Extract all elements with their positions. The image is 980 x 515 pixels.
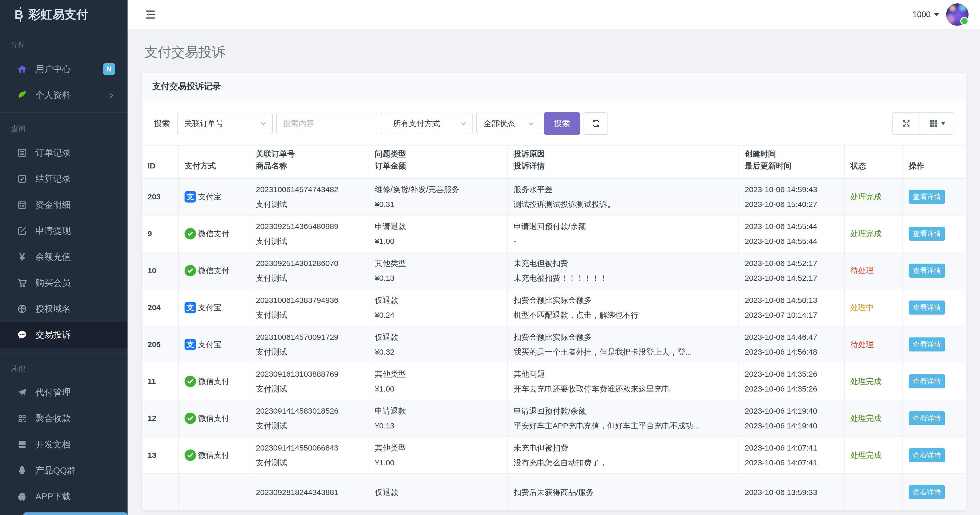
sidebar-fold-icon[interactable]: [143, 7, 158, 22]
cell-issue: 仅退款: [369, 474, 508, 510]
column-header: 支付方式: [179, 146, 250, 178]
sidebar-item-authorized-domains[interactable]: 授权域名: [0, 296, 127, 322]
sidebar-item-user-center[interactable]: 用户中心N: [0, 56, 127, 82]
table-header-row: ID支付方式关联订单号商品名称问题类型订单金额投诉原因投诉详情创建时间最后更新时…: [142, 145, 966, 179]
sidebar-bottom-partial-item[interactable]: [24, 512, 127, 515]
new-badge: N: [103, 63, 115, 75]
cell-time: 2023-10-06 14:59:432023-10-06 15:40:27: [739, 179, 845, 215]
cell-time: 2023-10-06 14:35:262023-10-06 14:35:26: [739, 363, 845, 399]
cell-reason: 服务水平差测试投诉测试投诉测试投诉。: [508, 179, 739, 215]
pay-method-select[interactable]: 所有支付方式: [386, 113, 473, 134]
table-row: 12微信支付2023091414583018526支付测试申请退款¥0.13申请…: [142, 400, 966, 437]
cell-order: 2023100614570091729支付测试: [250, 326, 369, 363]
cell-time: 2023-10-06 14:07:412023-10-06 14:07:41: [739, 437, 845, 474]
topbar-right: 1000: [913, 3, 973, 26]
complaints-table: ID支付方式关联订单号商品名称问题类型订单金额投诉原因投诉详情创建时间最后更新时…: [142, 145, 966, 511]
columns-toggle-button[interactable]: [920, 112, 954, 135]
view-details-button[interactable]: 查看详情: [909, 190, 945, 204]
cell-issue: 维修/换货/补发/完善服务¥0.31: [369, 179, 508, 215]
cell-status: 处理中: [845, 289, 903, 326]
sidebar-item-label: 申请提现: [35, 225, 71, 237]
sidebar-item-profile[interactable]: 个人资料: [0, 82, 127, 108]
view-details-button[interactable]: 查看详情: [909, 227, 945, 241]
fullscreen-button[interactable]: [892, 112, 920, 135]
cell-reason: 扣费后未获得商品/服务: [508, 474, 739, 510]
sidebar-section-label: 其他: [0, 353, 127, 380]
qq-icon: [16, 464, 28, 477]
edit-icon: [16, 225, 28, 237]
search-button[interactable]: 搜索: [544, 112, 580, 135]
view-details-button[interactable]: 查看详情: [909, 374, 945, 388]
cell-status: 处理完成: [845, 400, 903, 436]
cell-time: 2023-10-06 13:59:33: [739, 474, 845, 510]
search-label: 搜索: [154, 118, 170, 129]
cell-actions: 查看详情: [903, 326, 966, 363]
qrcode-icon: [16, 413, 28, 425]
cell-time: 2023-10-06 14:55:442023-10-06 14:55:44: [739, 216, 845, 252]
sidebar-item-aggregate-collection[interactable]: 聚合收款: [0, 406, 127, 431]
home-icon: [16, 63, 28, 75]
chevron-down-icon: [260, 120, 267, 127]
status-select[interactable]: 全部状态: [476, 113, 540, 134]
android-icon: [16, 491, 28, 502]
view-details-button[interactable]: 查看详情: [909, 338, 945, 352]
cell-reason: 申请退回预付款/余额平安好车主APP充电充值，但好车主平台充电不成功...: [508, 400, 739, 436]
column-header: 创建时间最后更新时间: [739, 146, 845, 178]
list-icon: [16, 147, 28, 159]
status-badge: 处理完成: [850, 413, 881, 424]
cell-reason: 扣费金额比实际金额多机型不匹配退款，点击，解绑也不行: [508, 289, 739, 326]
sidebar-item-settlement-records[interactable]: 结算记录: [0, 166, 127, 192]
wechat-pay-icon: [185, 228, 196, 239]
sidebar-item-payout-management[interactable]: 代付管理: [0, 380, 127, 406]
sidebar-item-withdraw-apply[interactable]: 申请提现: [0, 218, 127, 244]
sidebar-item-buy-membership[interactable]: 购买会员: [0, 270, 127, 296]
sidebar-item-app-download[interactable]: APP下载: [0, 483, 127, 510]
sidebar-item-label: 代付管理: [35, 387, 71, 399]
sidebar-item-product-qq-group[interactable]: 产品QQ群: [0, 458, 127, 483]
search-field-select[interactable]: 关联订单号: [177, 113, 273, 134]
sidebar-nav: 导航用户中心N个人资料查询订单记录结算记录资金明细申请提现¥余额充值购买会员授权…: [0, 29, 127, 511]
sidebar-item-label: 订单记录: [35, 147, 71, 159]
view-details-button[interactable]: 查看详情: [909, 411, 945, 425]
view-details-button[interactable]: 查看详情: [909, 301, 945, 315]
sidebar-item-balance-recharge[interactable]: ¥余额充值: [0, 244, 127, 270]
column-header: ID: [142, 146, 179, 178]
merchant-id-dropdown[interactable]: 1000: [913, 10, 939, 19]
cell-issue: 申请退款¥1.00: [369, 216, 508, 252]
status-badge: 处理完成: [850, 450, 881, 461]
cell-id: 13: [142, 437, 179, 474]
cell-actions: 查看详情: [903, 289, 966, 326]
page-title: 支付交易投诉: [144, 43, 963, 61]
refresh-icon: [591, 119, 600, 128]
column-header: 操作: [903, 146, 966, 178]
avatar[interactable]: [946, 3, 969, 26]
cell-issue: 仅退款¥0.24: [369, 289, 508, 326]
sidebar-item-fund-details[interactable]: 资金明细: [0, 192, 127, 218]
status-badge: 待处理: [850, 265, 874, 276]
page-header: 支付交易投诉: [127, 29, 980, 73]
status-badge: 处理完成: [850, 376, 881, 387]
refresh-button[interactable]: [584, 112, 608, 135]
cell-issue: 其他类型¥0.13: [369, 252, 508, 289]
sidebar-item-dev-docs[interactable]: 开发文档: [0, 431, 127, 458]
topbar: 1000: [127, 0, 980, 29]
view-details-button[interactable]: 查看详情: [909, 448, 945, 462]
sidebar-item-order-records[interactable]: 订单记录: [0, 140, 127, 166]
cell-issue: 其他类型¥1.00: [369, 437, 508, 474]
cell-time: 2023-10-06 14:19:402023-10-06 14:19:40: [739, 400, 845, 436]
fullscreen-icon: [902, 119, 911, 128]
leaf-icon: [16, 89, 28, 101]
sidebar-item-transaction-complaints[interactable]: 交易投诉: [0, 322, 127, 348]
cell-time: 2023-10-06 14:52:172023-10-06 14:52:17: [739, 252, 845, 289]
search-input[interactable]: [276, 113, 382, 134]
cell-id: 12: [142, 400, 179, 436]
view-details-button[interactable]: 查看详情: [909, 264, 945, 278]
check-square-icon: [16, 173, 28, 185]
chevron-down-icon: [460, 120, 467, 127]
cell-actions: 查看详情: [903, 179, 966, 215]
card-header: 支付交易投诉记录: [142, 73, 966, 100]
table-row: 204支支付宝2023100614383794936支付测试仅退款¥0.24扣费…: [142, 289, 966, 326]
sidebar-item-label: 余额充值: [35, 251, 71, 263]
view-details-button[interactable]: 查看详情: [909, 485, 945, 499]
cell-reason: 未充电但被扣费没有充电怎么自动扣费了，: [508, 437, 739, 474]
